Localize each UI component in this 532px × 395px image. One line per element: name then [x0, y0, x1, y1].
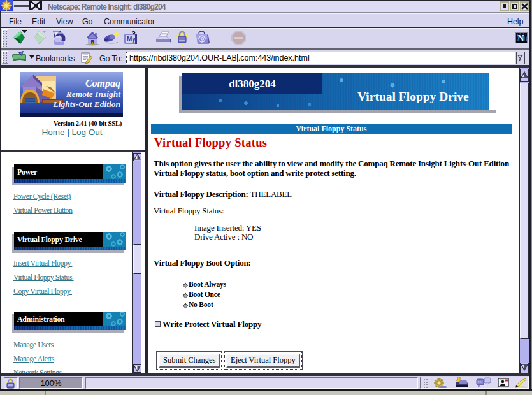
svg-text:My: My — [127, 36, 136, 43]
svg-text:N: N — [518, 34, 524, 43]
svg-text:Compaq: Compaq — [85, 78, 120, 89]
svg-text:Lights-Out Edition: Lights-Out Edition — [53, 99, 120, 109]
svg-text:Remote Insight: Remote Insight — [66, 89, 121, 99]
